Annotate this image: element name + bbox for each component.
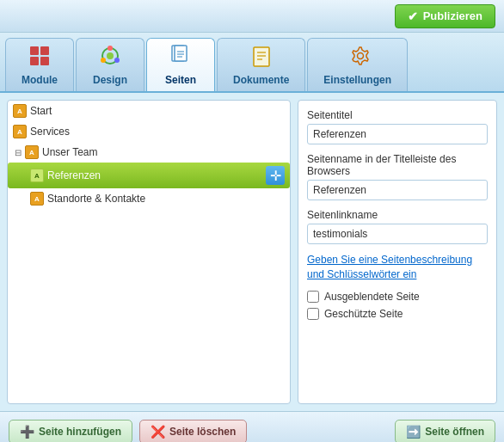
publish-button[interactable]: ✔ Publizieren [395, 4, 495, 28]
svg-rect-2 [30, 57, 39, 65]
geschuetzt-row: Geschützte Seite [307, 308, 488, 320]
seitenlinkname-label: Seitenlinkname [307, 209, 488, 221]
tab-module-label: Module [22, 74, 58, 86]
tab-design-label: Design [93, 74, 127, 86]
ausgeblendet-checkbox[interactable] [307, 291, 319, 303]
tree-item-services-label: Services [30, 126, 70, 138]
delete-page-label: Seite löschen [169, 426, 236, 438]
svg-point-5 [108, 46, 113, 51]
svg-rect-14 [254, 47, 269, 66]
page-icon-referenzen: A [30, 169, 44, 182]
tab-module[interactable]: Module [5, 38, 74, 91]
tree-item-referenzen[interactable]: A Referenzen ✛ [8, 163, 290, 188]
open-page-button[interactable]: ➡️ Seite öffnen [395, 420, 495, 443]
page-icon-services: A [13, 125, 27, 138]
page-icon-start: A [13, 104, 27, 118]
ausgeblendet-row: Ausgeblendete Seite [307, 291, 488, 303]
svg-rect-0 [30, 46, 39, 55]
seitenname-label: Seitenname in der Titelleiste des Browse… [307, 153, 488, 177]
svg-point-18 [357, 53, 363, 59]
tree-item-services[interactable]: A Services [8, 121, 290, 142]
ausgeblendet-label: Ausgeblendete Seite [324, 291, 420, 303]
page-icon-standorte: A [30, 192, 44, 206]
svg-point-7 [101, 58, 106, 63]
tree-item-referenzen-label: Referenzen [47, 169, 266, 181]
top-bar: ✔ Publizieren [0, 0, 504, 33]
module-icon [28, 44, 52, 72]
svg-rect-10 [175, 46, 187, 61]
tree-item-start-label: Start [30, 105, 52, 117]
seiten-icon [169, 44, 193, 72]
tree-item-unser-team-label: Unser Team [42, 146, 97, 158]
add-page-button[interactable]: ➕ Seite hinzufügen [9, 420, 132, 443]
move-cross-icon[interactable]: ✛ [266, 166, 285, 185]
delete-icon: ❌ [151, 425, 165, 439]
tab-einstellungen-label: Einstellungen [323, 74, 391, 86]
tab-seiten-label: Seiten [165, 74, 196, 86]
tab-einstellungen[interactable]: Einstellungen [307, 38, 408, 91]
open-page-label: Seite öffnen [425, 426, 484, 438]
main-content: A Start A Services ⊟ A Unser Team A Refe… [0, 93, 504, 411]
svg-point-8 [107, 52, 114, 59]
seitenname-input[interactable] [307, 180, 488, 200]
tab-dokumente[interactable]: Dokumente [217, 38, 305, 91]
page-icon-unser-team: A [25, 145, 39, 159]
tree-item-standorte-label: Standorte & Kontakte [47, 193, 145, 205]
add-page-label: Seite hinzufügen [39, 426, 121, 438]
check-icon: ✔ [408, 9, 418, 23]
einstellungen-icon [346, 44, 370, 72]
tree-item-standorte[interactable]: A Standorte & Kontakte [8, 188, 290, 209]
beschreibung-link[interactable]: Geben Sie eine Seitenbeschreibung und Sc… [307, 253, 488, 282]
design-icon [98, 44, 122, 72]
delete-page-button[interactable]: ❌ Seite löschen [139, 420, 247, 443]
svg-rect-1 [40, 46, 49, 55]
dokumente-icon [249, 44, 274, 72]
bottom-bar: ➕ Seite hinzufügen ❌ Seite löschen ➡️ Se… [0, 411, 504, 442]
tab-design[interactable]: Design [76, 38, 144, 91]
seitentitel-input[interactable] [307, 124, 488, 144]
page-tree-panel: A Start A Services ⊟ A Unser Team A Refe… [7, 100, 291, 404]
tree-toggle-unser-team[interactable]: ⊟ [13, 147, 23, 157]
geschuetzt-checkbox[interactable] [307, 308, 319, 320]
add-icon: ➕ [20, 425, 34, 439]
nav-tabs: Module Design Seiten [0, 33, 504, 93]
svg-rect-3 [40, 57, 49, 65]
tree-item-start[interactable]: A Start [8, 101, 290, 121]
seitenlinkname-input[interactable] [307, 224, 488, 244]
form-panel: Seitentitel Seitenname in der Titelleist… [298, 100, 497, 404]
tab-seiten[interactable]: Seiten [146, 38, 215, 91]
geschuetzt-label: Geschützte Seite [324, 308, 403, 320]
tree-item-unser-team[interactable]: ⊟ A Unser Team [8, 142, 290, 163]
open-icon: ➡️ [406, 425, 421, 439]
publish-label: Publizieren [423, 9, 482, 22]
tab-dokumente-label: Dokumente [233, 74, 289, 86]
seitentitel-label: Seitentitel [307, 109, 488, 121]
svg-point-6 [114, 58, 120, 63]
move-handle[interactable]: ✛ [266, 166, 285, 185]
